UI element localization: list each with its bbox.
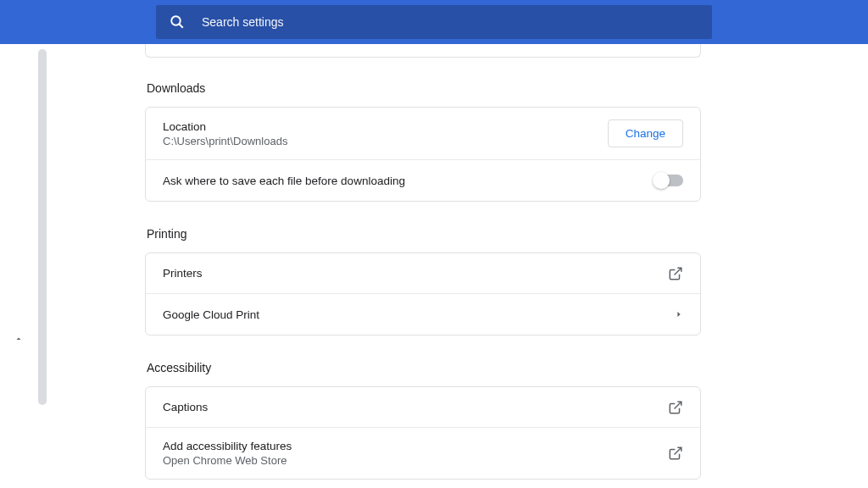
row-text: Location C:\Users\print\Downloads xyxy=(163,120,287,147)
svg-line-1 xyxy=(179,24,183,28)
printers-row[interactable]: Printers xyxy=(146,253,700,294)
section-title-downloads: Downloads xyxy=(145,81,701,95)
accessibility-card: Captions Add accessibility features Open… xyxy=(145,386,701,480)
downloads-location-row: Location C:\Users\print\Downloads Change xyxy=(146,108,700,160)
main-content: Downloads Location C:\Users\print\Downlo… xyxy=(145,44,701,488)
section-title-accessibility: Accessibility xyxy=(145,361,701,374)
printers-label: Printers xyxy=(163,267,203,280)
section-title-printing: Printing xyxy=(145,227,701,241)
collapse-arrow-icon[interactable] xyxy=(14,334,24,344)
downloads-location-label: Location xyxy=(163,120,287,133)
ask-where-label: Ask where to save each file before downl… xyxy=(163,175,405,187)
scrollbar[interactable] xyxy=(38,49,47,405)
downloads-location-path: C:\Users\print\Downloads xyxy=(163,135,287,147)
svg-line-4 xyxy=(675,447,682,454)
add-accessibility-row[interactable]: Add accessibility features Open Chrome W… xyxy=(146,428,700,479)
external-link-icon xyxy=(668,266,683,281)
captions-label: Captions xyxy=(163,401,208,413)
row-text: Add accessibility features Open Chrome W… xyxy=(163,440,292,467)
search-placeholder: Search settings xyxy=(202,15,284,29)
printing-card: Printers Google Cloud Print xyxy=(145,252,701,336)
change-button[interactable]: Change xyxy=(608,119,683,147)
external-link-icon xyxy=(668,400,683,415)
svg-line-2 xyxy=(675,268,682,274)
ask-where-toggle[interactable] xyxy=(654,175,683,186)
cloud-print-row[interactable]: Google Cloud Print xyxy=(146,294,700,335)
add-accessibility-subtitle: Open Chrome Web Store xyxy=(163,454,292,467)
chevron-right-icon xyxy=(675,310,683,319)
header: Search settings xyxy=(0,0,868,44)
svg-point-0 xyxy=(171,16,181,25)
add-accessibility-label: Add accessibility features xyxy=(163,440,292,452)
ask-where-row: Ask where to save each file before downl… xyxy=(146,160,700,201)
search-bar[interactable]: Search settings xyxy=(156,5,712,39)
svg-line-3 xyxy=(675,402,682,408)
previous-section-card-bottom xyxy=(145,44,701,58)
captions-row[interactable]: Captions xyxy=(146,387,700,428)
search-icon xyxy=(170,14,185,30)
content-area: Downloads Location C:\Users\print\Downlo… xyxy=(0,44,868,488)
sidebar-strip xyxy=(0,44,38,488)
downloads-card: Location C:\Users\print\Downloads Change… xyxy=(145,107,701,202)
cloud-print-label: Google Cloud Print xyxy=(163,308,259,321)
external-link-icon xyxy=(668,446,683,461)
toggle-knob xyxy=(653,172,670,189)
